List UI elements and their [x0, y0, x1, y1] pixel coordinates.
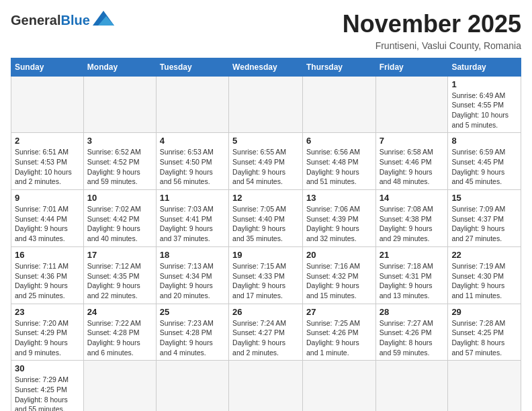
day-number: 23: [15, 307, 80, 317]
day-number: 27: [306, 307, 372, 317]
day-number: 12: [232, 193, 299, 203]
calendar-day-cell: 30Sunrise: 7:29 AM Sunset: 4:25 PM Dayli…: [11, 361, 84, 411]
day-number: 19: [232, 250, 299, 260]
calendar-day-cell: 13Sunrise: 7:06 AM Sunset: 4:39 PM Dayli…: [302, 190, 375, 247]
day-info: Sunrise: 6:58 AM Sunset: 4:46 PM Dayligh…: [380, 147, 445, 187]
day-info: Sunrise: 7:05 AM Sunset: 4:40 PM Dayligh…: [232, 204, 299, 244]
day-number: 7: [380, 136, 445, 146]
day-info: Sunrise: 7:23 AM Sunset: 4:28 PM Dayligh…: [160, 318, 225, 358]
day-info: Sunrise: 6:49 AM Sunset: 4:55 PM Dayligh…: [451, 91, 517, 130]
calendar-day-cell: [156, 76, 228, 133]
calendar-week-4: 16Sunrise: 7:11 AM Sunset: 4:36 PM Dayli…: [11, 246, 521, 304]
day-number: 22: [451, 250, 517, 260]
day-number: 13: [306, 193, 372, 203]
day-number: 26: [232, 307, 299, 317]
calendar-day-cell: 17Sunrise: 7:12 AM Sunset: 4:35 PM Dayli…: [83, 246, 156, 304]
calendar-day-cell: 20Sunrise: 7:16 AM Sunset: 4:32 PM Dayli…: [302, 246, 375, 304]
day-number: 9: [15, 193, 80, 203]
weekday-header-sunday: Sunday: [11, 58, 84, 76]
day-info: Sunrise: 7:02 AM Sunset: 4:42 PM Dayligh…: [87, 204, 152, 244]
calendar-day-cell: [229, 361, 303, 411]
day-info: Sunrise: 7:09 AM Sunset: 4:37 PM Dayligh…: [451, 204, 517, 244]
calendar-day-cell: 1Sunrise: 6:49 AM Sunset: 4:55 PM Daylig…: [448, 76, 521, 133]
weekday-header-row: SundayMondayTuesdayWednesdayThursdayFrid…: [11, 58, 521, 76]
day-number: 4: [160, 136, 225, 146]
weekday-header-wednesday: Wednesday: [229, 58, 303, 76]
day-number: 1: [451, 79, 517, 89]
calendar-day-cell: 6Sunrise: 6:56 AM Sunset: 4:48 PM Daylig…: [302, 133, 375, 190]
day-number: 10: [87, 193, 152, 203]
day-number: 28: [380, 307, 445, 317]
weekday-header-thursday: Thursday: [302, 58, 375, 76]
calendar-day-cell: 22Sunrise: 7:19 AM Sunset: 4:30 PM Dayli…: [448, 246, 521, 304]
calendar-day-cell: 2Sunrise: 6:51 AM Sunset: 4:53 PM Daylig…: [11, 133, 84, 190]
day-info: Sunrise: 7:27 AM Sunset: 4:26 PM Dayligh…: [380, 318, 445, 358]
calendar-day-cell: 28Sunrise: 7:27 AM Sunset: 4:26 PM Dayli…: [375, 304, 448, 361]
logo-blue-text: Blue: [60, 13, 89, 27]
day-number: 20: [306, 250, 372, 260]
day-info: Sunrise: 7:08 AM Sunset: 4:38 PM Dayligh…: [380, 204, 445, 244]
calendar-day-cell: 8Sunrise: 6:59 AM Sunset: 4:45 PM Daylig…: [448, 133, 521, 190]
calendar-day-cell: [375, 76, 448, 133]
calendar-week-2: 2Sunrise: 6:51 AM Sunset: 4:53 PM Daylig…: [11, 133, 521, 190]
day-info: Sunrise: 7:06 AM Sunset: 4:39 PM Dayligh…: [306, 204, 372, 244]
day-info: Sunrise: 6:56 AM Sunset: 4:48 PM Dayligh…: [306, 147, 372, 187]
day-info: Sunrise: 7:29 AM Sunset: 4:25 PM Dayligh…: [15, 375, 80, 411]
day-number: 6: [306, 136, 372, 146]
calendar-day-cell: 21Sunrise: 7:18 AM Sunset: 4:31 PM Dayli…: [375, 246, 448, 304]
day-number: 8: [451, 136, 517, 146]
calendar-day-cell: [229, 76, 303, 133]
day-number: 3: [87, 136, 152, 146]
calendar-week-5: 23Sunrise: 7:20 AM Sunset: 4:29 PM Dayli…: [11, 304, 521, 361]
calendar-day-cell: 18Sunrise: 7:13 AM Sunset: 4:34 PM Dayli…: [156, 246, 228, 304]
day-number: 14: [380, 193, 445, 203]
day-number: 2: [15, 136, 80, 146]
day-info: Sunrise: 7:11 AM Sunset: 4:36 PM Dayligh…: [15, 261, 80, 301]
calendar-day-cell: 4Sunrise: 6:53 AM Sunset: 4:50 PM Daylig…: [156, 133, 228, 190]
calendar-day-cell: 26Sunrise: 7:24 AM Sunset: 4:27 PM Dayli…: [229, 304, 303, 361]
day-number: 18: [160, 250, 225, 260]
day-info: Sunrise: 6:59 AM Sunset: 4:45 PM Dayligh…: [451, 147, 517, 187]
month-title: November 2025: [343, 11, 521, 38]
calendar-day-cell: 19Sunrise: 7:15 AM Sunset: 4:33 PM Dayli…: [229, 246, 303, 304]
day-number: 25: [160, 307, 225, 317]
calendar-day-cell: 12Sunrise: 7:05 AM Sunset: 4:40 PM Dayli…: [229, 190, 303, 247]
day-info: Sunrise: 7:15 AM Sunset: 4:33 PM Dayligh…: [232, 261, 299, 301]
day-info: Sunrise: 6:51 AM Sunset: 4:53 PM Dayligh…: [15, 147, 80, 187]
calendar-day-cell: [375, 361, 448, 411]
calendar-day-cell: 9Sunrise: 7:01 AM Sunset: 4:44 PM Daylig…: [11, 190, 84, 247]
day-info: Sunrise: 7:01 AM Sunset: 4:44 PM Dayligh…: [15, 204, 80, 244]
day-info: Sunrise: 7:18 AM Sunset: 4:31 PM Dayligh…: [380, 261, 445, 301]
calendar-week-6: 30Sunrise: 7:29 AM Sunset: 4:25 PM Dayli…: [11, 361, 521, 411]
day-number: 24: [87, 307, 152, 317]
day-number: 5: [232, 136, 299, 146]
calendar-day-cell: 10Sunrise: 7:02 AM Sunset: 4:42 PM Dayli…: [83, 190, 156, 247]
calendar-day-cell: 29Sunrise: 7:28 AM Sunset: 4:25 PM Dayli…: [448, 304, 521, 361]
day-number: 17: [87, 250, 152, 260]
day-number: 16: [15, 250, 80, 260]
calendar-day-cell: [302, 361, 375, 411]
calendar-day-cell: [448, 361, 521, 411]
calendar-day-cell: 14Sunrise: 7:08 AM Sunset: 4:38 PM Dayli…: [375, 190, 448, 247]
location-title: Fruntiseni, Vaslui County, Romania: [343, 40, 521, 51]
day-number: 11: [160, 193, 225, 203]
day-info: Sunrise: 7:16 AM Sunset: 4:32 PM Dayligh…: [306, 261, 372, 301]
day-info: Sunrise: 6:52 AM Sunset: 4:52 PM Dayligh…: [87, 147, 152, 187]
weekday-header-tuesday: Tuesday: [156, 58, 228, 76]
calendar-day-cell: 16Sunrise: 7:11 AM Sunset: 4:36 PM Dayli…: [11, 246, 84, 304]
calendar-day-cell: [83, 76, 156, 133]
weekday-header-monday: Monday: [83, 58, 156, 76]
logo-general-text: General: [11, 13, 60, 27]
day-info: Sunrise: 6:55 AM Sunset: 4:49 PM Dayligh…: [232, 147, 299, 187]
day-info: Sunrise: 7:28 AM Sunset: 4:25 PM Dayligh…: [451, 318, 517, 358]
calendar-day-cell: 11Sunrise: 7:03 AM Sunset: 4:41 PM Dayli…: [156, 190, 228, 247]
calendar-day-cell: 3Sunrise: 6:52 AM Sunset: 4:52 PM Daylig…: [83, 133, 156, 190]
day-info: Sunrise: 7:19 AM Sunset: 4:30 PM Dayligh…: [451, 261, 517, 301]
day-info: Sunrise: 7:13 AM Sunset: 4:34 PM Dayligh…: [160, 261, 225, 301]
day-number: 29: [451, 307, 517, 317]
day-info: Sunrise: 7:24 AM Sunset: 4:27 PM Dayligh…: [232, 318, 299, 358]
calendar-table: SundayMondayTuesdayWednesdayThursdayFrid…: [11, 58, 521, 411]
title-area: November 2025 Fruntiseni, Vaslui County,…: [343, 11, 521, 51]
calendar-day-cell: 15Sunrise: 7:09 AM Sunset: 4:37 PM Dayli…: [448, 190, 521, 247]
logo: General Blue: [11, 11, 114, 27]
